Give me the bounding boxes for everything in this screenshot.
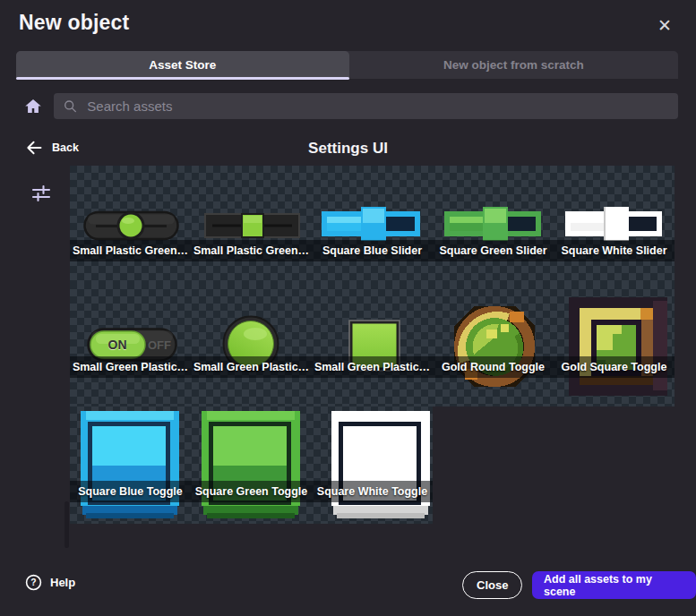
scrollbar-thumb[interactable] (64, 501, 69, 548)
asset-tile-gold-square-toggle[interactable]: Gold Square Toggle (554, 282, 675, 406)
tab-asset-store[interactable]: Asset Store (16, 51, 349, 79)
asset-tile-square-green-toggle[interactable]: Square Green Toggle (191, 406, 312, 524)
asset-caption: Square Green Slider (433, 240, 554, 261)
search-input[interactable] (85, 98, 669, 115)
help-button[interactable]: ? Help (25, 574, 75, 591)
home-icon (24, 98, 42, 116)
asset-row-2: ON ON OFF Small Green Plastic… Small Gre… (70, 282, 675, 406)
active-tab-underline (16, 77, 349, 80)
asset-caption: Square White Toggle (312, 481, 433, 502)
round-plastic-slider-image (83, 210, 179, 241)
add-all-assets-label: Add all assets to my scene (544, 573, 684, 598)
square-green-toggle-image (202, 411, 300, 518)
tab-bar: Asset Store New object from scratch (16, 51, 678, 79)
square-blue-toggle-image (81, 411, 179, 518)
asset-row-1: Small Plastic Green… Small Plastic Green… (70, 166, 675, 282)
asset-tile-square-green-slider[interactable]: Square Green Slider (433, 166, 554, 282)
square-white-slider-image (565, 207, 664, 241)
asset-row-3: Square Blue Toggle Square Green Toggle (70, 406, 433, 524)
asset-caption: Small Green Plastic… (70, 356, 191, 378)
close-button[interactable]: Close (462, 571, 522, 599)
asset-tile-small-plastic-green-round-slider[interactable]: Small Plastic Green… (70, 166, 191, 282)
home-button[interactable] (20, 93, 47, 119)
asset-caption: Square Blue Toggle (70, 481, 191, 502)
help-label: Help (50, 576, 75, 589)
asset-tile-square-blue-slider[interactable]: Square Blue Slider (312, 166, 433, 282)
toggle-on-text: ON (108, 338, 127, 352)
close-button-label: Close (477, 578, 508, 592)
close-icon[interactable]: ✕ (652, 13, 677, 38)
asset-tile-small-plastic-green-square-slider[interactable]: Small Plastic Green… (191, 166, 312, 282)
asset-caption: Square Blue Slider (312, 240, 433, 261)
square-blue-slider-image (322, 207, 422, 241)
section-title: Settings UI (0, 140, 696, 158)
add-all-assets-button[interactable]: Add all assets to my scene (532, 571, 696, 599)
gold-square-toggle-image (569, 297, 667, 396)
asset-tile-square-white-slider[interactable]: Square White Slider (554, 166, 675, 282)
asset-tile-square-blue-toggle[interactable]: Square Blue Toggle (70, 406, 191, 524)
square-plastic-slider-image (204, 213, 300, 238)
asset-caption: Small Green Plastic… (191, 356, 312, 378)
asset-tile-small-green-plastic-round-button[interactable]: Small Green Plastic… (191, 282, 312, 406)
asset-tile-gold-round-toggle[interactable]: Gold Round Toggle (433, 282, 554, 406)
toggle-off-text: OFF (148, 338, 171, 352)
dialog-title: New object (19, 11, 129, 35)
asset-tile-small-green-plastic-square-button[interactable]: Small Green Plastic… (312, 282, 433, 406)
help-icon: ? (25, 574, 42, 591)
filter-button[interactable] (29, 181, 54, 206)
asset-tile-small-green-plastic-on-off[interactable]: ON ON OFF Small Green Plastic… (70, 282, 191, 406)
asset-caption: Square White Slider (554, 240, 675, 261)
new-object-dialog: New object ✕ Asset Store New object from… (0, 0, 696, 616)
asset-caption: Square Green Toggle (191, 481, 312, 502)
tab-new-object-from-scratch[interactable]: New object from scratch (349, 51, 678, 79)
filter-tune-icon (30, 183, 52, 204)
asset-tile-square-white-toggle[interactable]: Square White Toggle (312, 406, 433, 524)
asset-caption: Small Plastic Green… (191, 240, 312, 261)
asset-caption: Small Green Plastic… (312, 356, 433, 378)
tab-scratch-label: New object from scratch (443, 58, 584, 72)
asset-caption: Gold Square Toggle (554, 356, 675, 378)
square-white-toggle-image (331, 411, 430, 518)
svg-text:?: ? (30, 578, 36, 587)
search-bar (54, 93, 678, 119)
asset-caption: Small Plastic Green… (70, 240, 191, 261)
square-green-slider-image (444, 207, 543, 241)
tab-asset-store-label: Asset Store (149, 58, 216, 72)
search-icon (63, 98, 77, 114)
asset-caption: Gold Round Toggle (433, 356, 554, 378)
gold-round-toggle-image (447, 299, 542, 394)
